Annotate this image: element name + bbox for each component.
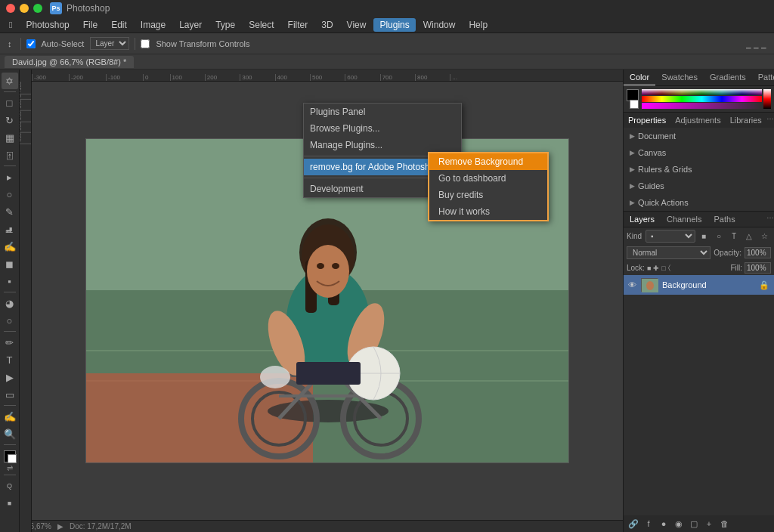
close-button[interactable]	[6, 4, 15, 13]
browse-plugins-item[interactable]: Browse Plugins...	[304, 120, 461, 137]
gradient-tool[interactable]: ▪	[2, 273, 18, 289]
plugins-panel-item[interactable]: Plugins Panel	[304, 104, 461, 120]
props-guides[interactable]: ▶ Guides	[624, 178, 774, 194]
menu-layer[interactable]: Layer	[173, 18, 208, 32]
layer-item-background[interactable]: 👁 Background 🔒	[624, 275, 774, 295]
tab-patterns[interactable]: Patterns	[752, 70, 774, 85]
add-mask-btn[interactable]: ●	[657, 518, 670, 530]
go-to-dashboard-item[interactable]: Go to dashboard	[429, 170, 547, 187]
delete-layer-btn[interactable]: 🗑	[717, 518, 731, 530]
swap-colors-icon[interactable]: ⇌	[7, 464, 13, 472]
healing-tool[interactable]: ○	[2, 186, 18, 203]
lock-pixel-icon[interactable]: ■	[647, 264, 651, 272]
maximize-button[interactable]	[33, 4, 42, 13]
fg-bg-colors	[627, 89, 639, 109]
lock-pos-icon[interactable]: ✚	[653, 264, 659, 272]
menu-type[interactable]: Type	[209, 18, 241, 32]
background-color-swatch[interactable]	[630, 100, 639, 109]
menu-select[interactable]: Select	[243, 18, 280, 32]
filter-pixel-icon[interactable]: ■	[697, 230, 711, 243]
zoom-tool[interactable]: 🔍	[2, 425, 18, 442]
menu-3d[interactable]: 3D	[315, 18, 339, 32]
props-canvas[interactable]: ▶ Canvas	[624, 144, 774, 161]
new-layer-btn[interactable]: +	[702, 518, 716, 530]
tab-swatches[interactable]: Swatches	[655, 70, 704, 85]
opacity-input[interactable]	[745, 247, 771, 258]
tab-channels[interactable]: Channels	[661, 212, 707, 227]
blur-tool[interactable]: ◕	[2, 295, 18, 311]
menu-window[interactable]: Window	[417, 18, 462, 32]
menu-file[interactable]: File	[77, 18, 104, 32]
filter-type-icon[interactable]: T	[727, 230, 741, 243]
document-tab[interactable]: David.jpg @ 66,7% (RGB/8#) *	[5, 56, 134, 68]
link-layers-btn[interactable]: 🔗	[627, 518, 640, 530]
filter-adj-icon[interactable]: ○	[712, 230, 726, 243]
add-style-btn[interactable]: f	[642, 518, 655, 530]
pen-tool[interactable]: ✏	[2, 334, 18, 351]
menu-edit[interactable]: Edit	[105, 18, 133, 32]
layers-panel-collapse[interactable]: …	[766, 212, 774, 227]
screen-mode[interactable]: ■	[2, 495, 18, 512]
remove-background-item[interactable]: Remove Background	[429, 153, 547, 170]
quick-mask-toggle[interactable]: Q	[2, 478, 18, 494]
transform-checkbox[interactable]	[141, 39, 150, 48]
tab-layers[interactable]: Layers	[624, 212, 661, 227]
menu-plugins[interactable]: Plugins	[373, 18, 415, 32]
eraser-tool[interactable]: ◼	[2, 255, 18, 272]
menu-help[interactable]: Help	[463, 18, 494, 32]
manage-plugins-item[interactable]: Manage Plugins...	[304, 137, 461, 153]
layer-visibility-eye[interactable]: 👁	[628, 280, 636, 289]
foreground-color[interactable]	[4, 450, 16, 462]
menu-filter[interactable]: Filter	[282, 18, 314, 32]
path-select-tool[interactable]: ▶	[2, 369, 18, 385]
filter-shape-icon[interactable]: △	[742, 230, 756, 243]
buy-credits-item[interactable]: Buy credits	[429, 187, 547, 203]
opacity-slider[interactable]	[642, 103, 762, 109]
hue-slider[interactable]	[642, 96, 762, 102]
minimize-button[interactable]	[20, 4, 29, 13]
tab-libraries[interactable]: Libraries	[726, 113, 766, 128]
menu-image[interactable]: Image	[135, 18, 172, 32]
tab-color[interactable]: Color	[624, 70, 655, 85]
eyedropper-tool[interactable]: ▸	[2, 169, 18, 185]
tab-paths[interactable]: Paths	[708, 212, 741, 227]
new-group-btn[interactable]: ▢	[687, 518, 701, 530]
layer-mode-select[interactable]: Normal	[627, 246, 711, 259]
auto-select-checkbox[interactable]	[26, 39, 36, 48]
lock-artboard-icon[interactable]: □	[661, 264, 665, 272]
shape-tool[interactable]: ▭	[2, 386, 18, 403]
fill-input[interactable]	[745, 262, 771, 274]
background-color[interactable]	[8, 454, 17, 463]
options-separator	[20, 38, 21, 50]
lasso-tool[interactable]: ↻	[2, 112, 18, 128]
lock-label: Lock:	[627, 264, 645, 272]
kind-select[interactable]: ▪	[646, 230, 695, 243]
object-select-tool[interactable]: ▦	[2, 129, 18, 146]
move-tool[interactable]: ✡	[2, 73, 18, 89]
dodge-tool[interactable]: ○	[2, 312, 18, 329]
filter-smart-icon[interactable]: ☆	[757, 230, 771, 243]
tab-adjustments[interactable]: Adjustments	[670, 113, 726, 128]
new-fill-layer-btn[interactable]: ◉	[672, 518, 686, 530]
color-field[interactable]	[642, 89, 762, 95]
props-document[interactable]: ▶ Document	[624, 128, 774, 144]
tab-properties[interactable]: Properties	[624, 113, 670, 128]
props-rulers-grids[interactable]: ▶ Rulers & Grids	[624, 161, 774, 178]
lock-all-icon[interactable]: 〈	[668, 264, 670, 272]
menu-photoshop[interactable]: Photoshop	[20, 18, 75, 32]
props-quick-actions[interactable]: ▶ Quick Actions	[624, 194, 774, 211]
auto-select-mode[interactable]: Layer	[90, 37, 129, 50]
history-brush[interactable]: ✍	[2, 238, 18, 255]
props-panel-collapse[interactable]: …	[766, 113, 774, 128]
tab-gradients[interactable]: Gradients	[704, 70, 752, 85]
menu-apple[interactable]: 	[3, 18, 18, 32]
how-it-works-item[interactable]: How it works	[429, 203, 547, 220]
hand-tool[interactable]: ✍	[2, 408, 18, 425]
clone-tool[interactable]: ⛸	[2, 221, 18, 237]
brush-tool[interactable]: ✎	[2, 203, 18, 220]
menu-view[interactable]: View	[341, 18, 373, 32]
crop-tool[interactable]: ⍐	[2, 147, 18, 163]
marquee-tool[interactable]: □	[2, 94, 18, 111]
brightness-bar[interactable]	[763, 89, 771, 109]
type-tool[interactable]: T	[2, 351, 18, 368]
